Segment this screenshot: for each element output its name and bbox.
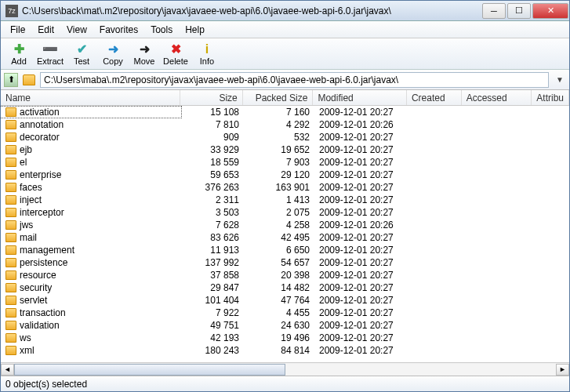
- col-accessed[interactable]: Accessed: [462, 90, 532, 105]
- cell-size: 7 922: [181, 307, 244, 318]
- menu-help[interactable]: Help: [179, 23, 211, 37]
- cell-size: 83 626: [181, 232, 244, 243]
- table-row[interactable]: security29 84714 4822009-12-01 20:27: [1, 281, 569, 294]
- path-dropdown-button[interactable]: ▼: [554, 75, 566, 84]
- col-attributes[interactable]: Attribu: [532, 90, 569, 105]
- table-row[interactable]: inject2 3111 4132009-12-01 20:27: [1, 194, 569, 206]
- path-input[interactable]: C:\Users\maba\.m2\repository\javax\javae…: [40, 72, 549, 88]
- arrow-move-icon: ➜: [137, 42, 151, 56]
- table-row[interactable]: activation15 1087 1602009-12-01 20:27: [1, 106, 569, 118]
- delete-button[interactable]: ✖Delete: [161, 40, 191, 68]
- scroll-track[interactable]: [14, 364, 556, 376]
- cell-name: ws: [1, 332, 181, 343]
- cell-size: 37 858: [181, 270, 244, 281]
- file-list[interactable]: Name Size Packed Size Modified Created A…: [1, 90, 569, 362]
- col-size[interactable]: Size: [180, 90, 243, 105]
- col-created[interactable]: Created: [407, 90, 462, 105]
- x-icon: ✖: [169, 42, 183, 56]
- horizontal-scrollbar[interactable]: ◄ ►: [1, 362, 569, 376]
- table-row[interactable]: enterprise59 65329 1202009-12-01 20:27: [1, 169, 569, 181]
- cell-modified: 2009-12-01 20:27: [314, 345, 408, 356]
- folder-icon: [5, 233, 16, 242]
- table-row[interactable]: annotation7 8104 2922009-12-01 20:26: [1, 118, 569, 131]
- table-row[interactable]: persistence137 99254 6572009-12-01 20:27: [1, 256, 569, 269]
- menu-edit[interactable]: Edit: [31, 23, 60, 37]
- cell-name: transaction: [1, 307, 181, 318]
- cell-modified: 2009-12-01 20:27: [314, 257, 408, 268]
- table-row[interactable]: el18 5597 9032009-12-01 20:27: [1, 156, 569, 169]
- up-button[interactable]: ⬆: [4, 73, 18, 87]
- folder-icon: [5, 145, 16, 154]
- table-row[interactable]: decorator9095322009-12-01 20:27: [1, 131, 569, 143]
- cell-packed: 47 764: [244, 295, 314, 306]
- table-row[interactable]: transaction7 9224 4552009-12-01 20:27: [1, 307, 569, 319]
- menu-tools[interactable]: Tools: [144, 23, 179, 37]
- add-button[interactable]: ✚Add: [4, 40, 34, 68]
- col-packed[interactable]: Packed Size: [243, 90, 314, 105]
- check-icon: ✔: [74, 42, 89, 56]
- cell-packed: 14 482: [244, 282, 314, 293]
- table-row[interactable]: servlet101 40447 7642009-12-01 20:27: [1, 294, 569, 307]
- test-button[interactable]: ✔Test: [67, 40, 96, 68]
- folder-icon: [5, 296, 16, 305]
- table-row[interactable]: faces376 263163 9012009-12-01 20:27: [1, 181, 569, 194]
- cell-packed: 54 657: [244, 257, 314, 268]
- info-button[interactable]: iInfo: [192, 40, 222, 68]
- cell-size: 7 810: [181, 119, 244, 130]
- extract-button[interactable]: ➖Extract: [35, 40, 65, 68]
- cell-packed: 20 398: [244, 270, 314, 281]
- cell-modified: 2009-12-01 20:27: [314, 320, 408, 331]
- table-row[interactable]: resource37 85820 3982009-12-01 20:27: [1, 269, 569, 281]
- cell-packed: 24 630: [244, 320, 314, 331]
- cell-name: security: [1, 282, 181, 293]
- table-row[interactable]: ejb33 92919 6522009-12-01 20:27: [1, 143, 569, 156]
- menu-view[interactable]: View: [60, 23, 93, 37]
- menu-favorites[interactable]: Favorites: [93, 23, 144, 37]
- cell-name: mail: [1, 232, 181, 243]
- cell-modified: 2009-12-01 20:27: [314, 207, 408, 218]
- cell-packed: 1 413: [244, 194, 314, 205]
- cell-packed: 6 650: [244, 245, 314, 256]
- cell-size: 909: [181, 132, 244, 143]
- menu-file[interactable]: File: [4, 23, 31, 37]
- cell-packed: 2 075: [244, 207, 314, 218]
- cell-size: 59 653: [181, 169, 244, 180]
- cell-name: jws: [1, 220, 181, 230]
- cell-modified: 2009-12-01 20:26: [314, 119, 408, 130]
- cell-packed: 4 292: [244, 119, 314, 130]
- title-bar[interactable]: 7z C:\Users\back\mat\.m2\repository\java…: [1, 1, 569, 21]
- table-row[interactable]: xml180 24384 8142009-12-01 20:27: [1, 344, 569, 357]
- cell-packed: 19 496: [244, 332, 314, 343]
- table-row[interactable]: interceptor3 5032 0752009-12-01 20:27: [1, 206, 569, 219]
- folder-icon: [5, 220, 16, 230]
- close-button[interactable]: ✕: [532, 3, 568, 19]
- cell-size: 15 108: [181, 107, 244, 118]
- cell-name: persistence: [1, 257, 181, 268]
- minus-icon: ➖: [43, 42, 57, 56]
- cell-modified: 2009-12-01 20:27: [314, 169, 408, 180]
- cell-packed: 532: [244, 132, 314, 143]
- scroll-right-button[interactable]: ►: [556, 364, 569, 376]
- cell-modified: 2009-12-01 20:27: [314, 270, 408, 281]
- cell-modified: 2009-12-01 20:26: [314, 220, 408, 230]
- cell-modified: 2009-12-01 20:27: [314, 332, 408, 343]
- cell-packed: 42 495: [244, 232, 314, 243]
- copy-button[interactable]: ➜Copy: [98, 40, 128, 68]
- col-modified[interactable]: Modified: [313, 90, 407, 105]
- minimize-button[interactable]: ─: [482, 3, 506, 19]
- folder-icon: [5, 333, 16, 343]
- move-button[interactable]: ➜Move: [129, 40, 159, 68]
- scroll-left-button[interactable]: ◄: [1, 364, 14, 376]
- table-row[interactable]: jws7 6284 2582009-12-01 20:26: [1, 219, 569, 231]
- cell-size: 3 503: [181, 207, 244, 218]
- folder-icon: [5, 107, 16, 117]
- col-name[interactable]: Name: [1, 90, 180, 105]
- table-row[interactable]: ws42 19319 4962009-12-01 20:27: [1, 332, 569, 344]
- cell-size: 18 559: [181, 157, 244, 168]
- table-row[interactable]: mail83 62642 4952009-12-01 20:27: [1, 231, 569, 244]
- table-row[interactable]: validation49 75124 6302009-12-01 20:27: [1, 319, 569, 332]
- scroll-thumb[interactable]: [14, 364, 285, 376]
- table-row[interactable]: management11 9136 6502009-12-01 20:27: [1, 244, 569, 256]
- cell-size: 2 311: [181, 194, 244, 205]
- maximize-button[interactable]: ☐: [507, 3, 531, 19]
